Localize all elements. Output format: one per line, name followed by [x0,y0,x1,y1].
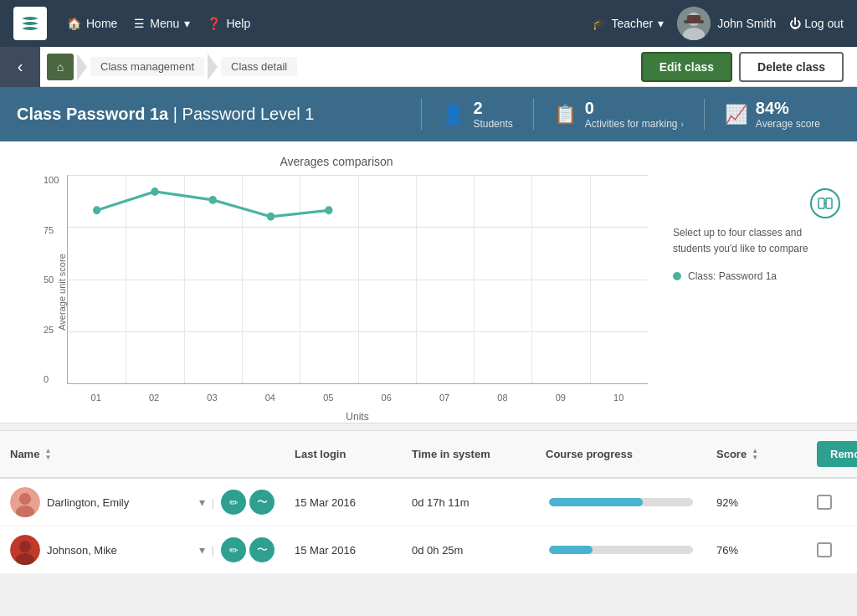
x-tick-08: 08 [474,393,531,403]
table-header: Name ▲▼ Last login Time in system Course… [0,430,857,479]
th-remove: Remove [807,431,857,477]
legend-dot [673,272,681,280]
help-nav-link[interactable]: ❓ Help [207,17,250,30]
x-tick-02: 02 [125,393,182,403]
svg-point-14 [19,493,31,505]
y-tick-0: 0 [44,374,59,384]
activities-arrow-icon: › [681,120,684,129]
student-name-cell: Johnson, Mike ▾ | ✏ 〜 [0,526,285,573]
compare-button[interactable] [810,188,840,218]
x-tick-01: 01 [67,393,125,403]
svg-point-8 [267,213,275,221]
student-actions: ▾ | ✏ 〜 [192,490,275,515]
checkbox-cell[interactable] [807,486,857,518]
x-tick-04: 04 [241,393,299,403]
svg-point-9 [325,206,332,214]
teacher-selector[interactable]: 🎓 Teacher ▾ [592,17,664,30]
logout-button[interactable]: ⏻ Log out [789,17,844,30]
x-tick-10: 10 [590,393,648,403]
breadcrumb-actions: Edit class Delete class [628,52,857,82]
students-label: Students [473,118,512,130]
class-stats: 👤 2 Students 📋 0 Activities for marking … [421,99,840,130]
teacher-label: Teacher [611,17,653,30]
activities-count: 0 [585,99,684,118]
svg-point-17 [19,541,31,552]
x-tick-09: 09 [531,393,589,403]
breadcrumb-class-detail[interactable]: Class detail [221,57,297,76]
progress-bar [549,498,643,506]
menu-nav-link[interactable]: ☰ Menu ▾ [134,17,190,30]
sort-arrows-name: ▲▼ [44,448,51,461]
avatar [677,7,711,40]
student-actions: ▾ | ✏ 〜 [192,537,275,562]
help-label: Help [226,17,250,30]
compare-text: Select up to four classes and students y… [673,225,840,257]
expand-button[interactable]: ▾ [199,543,205,557]
edit-class-button[interactable]: Edit class [641,52,732,82]
time-in-system-cell: 0d 17h 11m [402,488,536,517]
remove-button[interactable]: Remove [817,441,857,467]
chart-title: Averages comparison [17,155,656,168]
th-name[interactable]: Name ▲▼ [0,431,285,477]
logo [13,7,47,40]
chart-svg [68,175,648,383]
y-tick-50: 50 [44,275,59,285]
edit-student-button[interactable]: ✏ [221,537,246,562]
chart-area: Averages comparison Average unit score 1… [0,141,857,424]
progress-cell [536,537,706,562]
menu-chevron-icon: ▾ [184,17,190,30]
score-label: Average score [756,118,820,130]
score-cell: 92% [706,488,807,517]
student-checkbox[interactable] [817,542,832,557]
delete-class-button[interactable]: Delete class [739,52,844,82]
x-axis-title: Units [346,411,368,423]
teacher-chevron-icon: ▾ [658,17,664,30]
th-score[interactable]: Score ▲▼ [706,431,807,477]
svg-point-7 [209,196,217,204]
th-last-login: Last login [285,431,402,477]
students-icon: 👤 [442,104,464,126]
class-header: Class Password 1a | Password Level 1 👤 2… [0,87,857,141]
progress-student-button[interactable]: 〜 [249,537,275,562]
breadcrumb-separator-2 [208,54,218,80]
home-label: Home [86,17,117,30]
y-ticks: 100 75 50 25 0 [44,175,59,384]
x-tick-03: 03 [183,393,241,403]
progress-student-button[interactable]: 〜 [249,490,275,515]
students-count: 2 [473,99,512,118]
score-stat: 📈 84% Average score [704,99,840,130]
breadcrumb-class-management[interactable]: Class management [90,57,204,76]
table-row: Johnson, Mike ▾ | ✏ 〜 15 Mar 2016 0d 0h … [0,526,857,574]
student-avatar [10,487,40,517]
svg-rect-4 [684,20,704,23]
home-nav-link[interactable]: 🏠 Home [67,17,117,30]
y-tick-75: 75 [44,225,59,235]
x-tick-06: 06 [357,393,415,403]
time-in-system-cell: 0d 0h 25m [402,536,536,565]
y-tick-25: 25 [44,325,59,335]
x-tick-07: 07 [415,393,473,403]
user-info: John Smith [677,7,776,40]
class-title: Class Password 1a | Password Level 1 [17,105,421,124]
back-button[interactable]: ‹ [0,47,40,87]
student-avatar [10,535,40,565]
students-table: Name ▲▼ Last login Time in system Course… [0,430,857,574]
activities-stat[interactable]: 📋 0 Activities for marking › [533,99,704,130]
th-time-in-system: Time in system [402,431,536,477]
legend-entry: Class: Password 1a [673,270,840,282]
expand-button[interactable]: ▾ [199,495,205,509]
score-cell: 76% [706,536,807,565]
breadcrumb-bar: ‹ ⌂ Class management Class detail Edit c… [0,47,857,87]
progress-bar-container [549,498,693,506]
checkbox-cell[interactable] [807,534,857,566]
edit-student-button[interactable]: ✏ [221,490,246,515]
svg-rect-10 [819,198,824,208]
student-checkbox[interactable] [817,495,832,510]
progress-bar [549,546,593,554]
student-name-cell: Darlington, Emily ▾ | ✏ 〜 [0,479,285,526]
logout-icon: ⏻ [789,17,801,30]
y-tick-100: 100 [44,175,59,185]
home-icon: 🏠 [67,17,81,30]
last-login-cell: 15 Mar 2016 [285,488,402,517]
breadcrumb-home[interactable]: ⌂ [47,54,74,80]
